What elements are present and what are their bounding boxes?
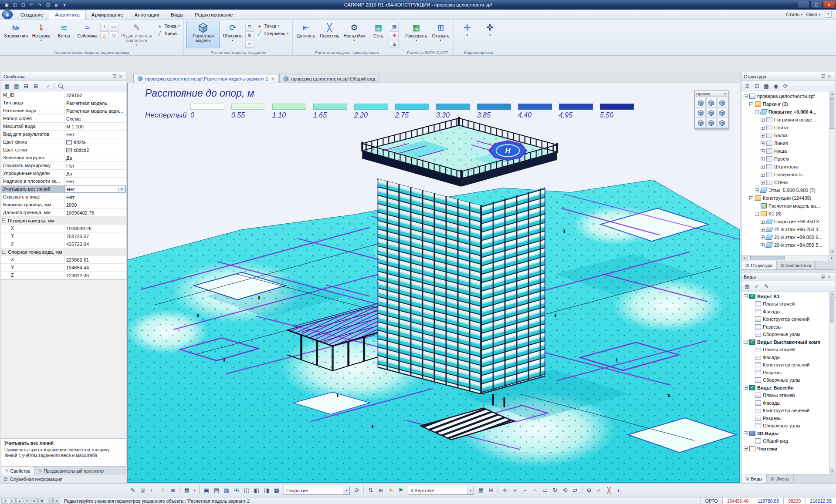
views-grid-icon[interactable]: ▦ <box>743 282 751 290</box>
projection-button[interactable] <box>706 98 716 108</box>
quick-access-icon[interactable]: ▾ <box>61 1 68 8</box>
property-row[interactable]: − Масштаб вида М 1:100 <box>1 123 126 131</box>
property-row[interactable]: − M_ID 229192 <box>1 91 126 99</box>
coverage-select[interactable]: Покрытие ▾ <box>284 486 350 495</box>
property-value[interactable]: 194654.44 <box>65 264 126 271</box>
bottom-toolbar-button[interactable]: ⊥ <box>158 485 168 496</box>
projection-button[interactable] <box>717 98 727 108</box>
tree-item[interactable]: Сборочные узлы <box>741 331 829 339</box>
bottom-toolbar-button[interactable]: ⌂ <box>530 485 540 496</box>
bottom-toolbar-button[interactable]: ⊞ <box>232 485 241 496</box>
hinge-support-button[interactable]: ▽ <box>110 31 118 39</box>
loads-button[interactable]: № Загружения <box>2 21 30 48</box>
bottom-toolbar-button[interactable]: ⊕ <box>376 485 386 496</box>
tree-expand-toggle[interactable]: − <box>749 196 753 200</box>
property-value[interactable]: 229662.61 <box>65 256 126 263</box>
property-row[interactable]: − Дальняя граница, мм 10090402.75 <box>1 209 126 217</box>
tree-item[interactable]: + Балка <box>741 131 829 139</box>
tree-item[interactable]: + Проём <box>741 155 829 163</box>
property-row[interactable]: − Тип вида Расчетная модель <box>1 99 126 107</box>
camera-view-select[interactable]: 4.Вертолет ▾ <box>408 486 474 495</box>
property-value[interactable]: Расчетная модель <box>65 99 126 107</box>
mesh-refine-button[interactable]: ✚ <box>390 31 399 39</box>
bottom-toolbar-button[interactable] <box>582 485 582 494</box>
tree-item[interactable]: Планы этажей <box>741 300 829 308</box>
load-button[interactable]: ⇓ Нагрузка ▾ <box>30 21 52 48</box>
property-row[interactable]: − Скрывать в виде Нет <box>1 193 126 201</box>
tree-item[interactable]: Расчетная модель ва... <box>741 202 829 210</box>
tree-item[interactable]: − Чертежи <box>741 445 829 453</box>
bottom-toolbar-button[interactable]: ⚙ <box>584 485 594 496</box>
views-tab[interactable]: ▤ Листы <box>767 474 794 483</box>
tree-expand-toggle[interactable]: + <box>761 165 765 169</box>
categorized-view-icon[interactable]: ▦ <box>3 82 11 90</box>
apply-check-icon[interactable]: ✓ <box>752 282 761 290</box>
extend-button[interactable]: ⇤ Дотянуть <box>295 21 317 48</box>
property-value[interactable]: 435723.04 <box>65 240 126 248</box>
projection-button[interactable] <box>696 118 706 128</box>
tree-expand-toggle[interactable]: + <box>761 157 765 161</box>
tree-item[interactable]: Сборочные узлы <box>741 422 829 430</box>
bottom-toolbar-button[interactable]: ▤ <box>212 485 221 496</box>
property-row[interactable]: − Y 758725.07 <box>1 232 126 240</box>
service-info-bar[interactable]: ▤ Служебная информация <box>1 475 126 483</box>
pin-icon[interactable] <box>819 274 826 280</box>
bottom-toolbar-button[interactable]: ⊞ <box>486 485 496 496</box>
menu-right-label[interactable]: Стиль▾ <box>786 12 802 17</box>
perpendicular-support-button[interactable]: ⊥ <box>100 23 109 30</box>
filter-menu-icon[interactable]: ≣ <box>743 82 751 90</box>
property-row[interactable]: − Вид для результатов Нет <box>1 131 126 138</box>
model-viewport[interactable]: H Расстояние до опор, м Неопертый 00.551… <box>127 83 740 483</box>
ribbon-tab[interactable]: Создание <box>15 10 49 20</box>
status-nav-button[interactable]: ≣ <box>53 498 60 504</box>
tree-item[interactable]: + Этаж -5.900 5.900 (7) <box>741 186 829 194</box>
bottom-toolbar-button[interactable]: ⟳ <box>352 485 362 496</box>
status-nav-button[interactable]: ▴ <box>16 498 23 504</box>
bottom-toolbar-button[interactable]: − <box>520 485 530 496</box>
intersect-button[interactable]: ╳ Пересечь <box>318 21 341 48</box>
tree-expand-toggle[interactable]: − <box>755 212 759 216</box>
expand-all-icon[interactable]: ⊞ <box>31 82 40 90</box>
alphabetical-view-icon[interactable]: ▤ <box>12 82 21 90</box>
tree-expand-toggle[interactable]: − <box>744 340 748 344</box>
quick-access-icon[interactable]: ⊞ <box>44 1 52 8</box>
model-3d-scene[interactable]: H <box>128 83 740 483</box>
property-value[interactable]: 123912.36 <box>65 272 126 279</box>
property-value[interactable]: f0f2fa <box>65 138 126 146</box>
quick-access-icon[interactable]: ▣ <box>3 1 10 8</box>
window-control-button[interactable]: ✕ <box>823 1 835 9</box>
close-icon[interactable]: ✕ <box>724 92 727 96</box>
update-button[interactable]: ⟳ Обновить ▾ <box>221 21 244 48</box>
tree-item[interactable]: − 3D-Виды <box>741 430 829 437</box>
projection-button[interactable] <box>696 108 706 118</box>
tree-expand-toggle[interactable]: + <box>761 220 765 224</box>
projections-panel-header[interactable]: Проекц... ✕ <box>695 91 728 97</box>
menu-right-item[interactable]: Стиль▾Окно▾ <box>783 11 823 18</box>
help-button[interactable]: ? <box>825 11 832 18</box>
group-collapse-icon[interactable]: − <box>2 250 6 254</box>
tree-expand-toggle[interactable]: − <box>744 386 748 390</box>
tree-item[interactable]: Общий вид <box>741 437 829 445</box>
tree-expand-toggle[interactable]: + <box>761 126 765 130</box>
tree-expand-toggle[interactable]: + <box>761 181 765 185</box>
mesh-button[interactable]: ▦ Сеть <box>367 21 389 48</box>
quick-access-icon[interactable]: ◫ <box>11 1 19 8</box>
properties-tab[interactable]: ✎ Предварительный просмотр <box>35 467 108 475</box>
line-tool-button[interactable]: ╱ Линия <box>155 30 182 37</box>
document-tab[interactable]: проверка целостности.spf:Общий вид ✕ <box>279 74 379 83</box>
bottom-toolbar-button[interactable]: ⇄ <box>570 485 580 496</box>
bottom-toolbar-button[interactable]: ◫ <box>242 485 251 496</box>
tree-item[interactable]: + 21-й этаж +89.850 6... <box>741 233 829 241</box>
property-row[interactable]: − Цвет сетки c8dcd2 <box>1 146 126 154</box>
property-row[interactable]: − Позиция камеры, мм <box>1 217 126 225</box>
settings-button[interactable]: ⚙ Настройки ▾ <box>342 21 366 48</box>
status-nav-button[interactable]: ▸ <box>9 498 16 504</box>
tree-expand-toggle[interactable]: + <box>761 173 765 177</box>
editable-analytics-button[interactable]: ✎ Редактируемая аналитика ▾ <box>119 21 154 48</box>
visibility-icon[interactable]: ◉ <box>772 82 780 90</box>
quick-access-icon[interactable]: ⊡ <box>19 1 27 8</box>
status-nav-button[interactable]: ▾ <box>24 498 30 504</box>
search-icon[interactable] <box>57 82 65 90</box>
tree-item[interactable]: + 22-й этаж +96.250 3... <box>741 225 829 233</box>
tree-item[interactable]: + Стена <box>741 178 829 186</box>
